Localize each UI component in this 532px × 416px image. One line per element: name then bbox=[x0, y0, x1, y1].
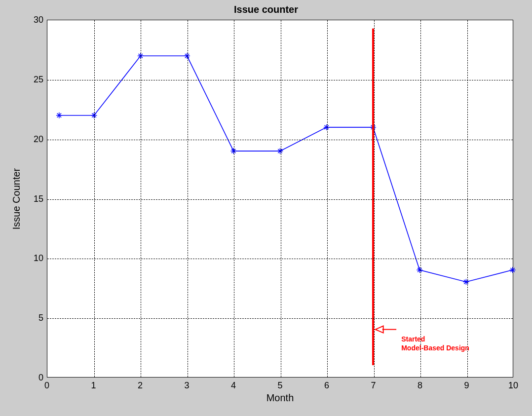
grid-line-v bbox=[188, 20, 188, 377]
grid-line-v bbox=[234, 20, 234, 377]
x-tick-label: 3 bbox=[184, 380, 189, 391]
grid-line-v bbox=[420, 20, 421, 377]
figure: Issue counter Month Issue Counter 012345… bbox=[0, 0, 532, 416]
data-marker bbox=[417, 267, 422, 273]
y-tick-label: 15 bbox=[30, 193, 43, 204]
chart-title: Issue counter bbox=[0, 4, 532, 15]
x-tick-label: 8 bbox=[418, 380, 422, 391]
y-tick-label: 20 bbox=[30, 134, 43, 144]
x-tick-label: 9 bbox=[464, 380, 469, 391]
x-tick-label: 0 bbox=[44, 380, 49, 391]
y-tick-label: 25 bbox=[30, 74, 43, 84]
grid-line-h bbox=[47, 318, 513, 319]
grid-line-v bbox=[94, 20, 95, 377]
series-line bbox=[59, 56, 513, 282]
y-tick-label: 5 bbox=[30, 313, 43, 323]
grid-line-v bbox=[281, 20, 281, 377]
data-marker bbox=[56, 113, 62, 118]
y-tick-label: 30 bbox=[30, 15, 43, 25]
grid-line-v bbox=[467, 20, 468, 377]
data-marker bbox=[277, 148, 283, 154]
x-tick-label: 10 bbox=[508, 380, 518, 391]
annotation-arrow-icon bbox=[376, 326, 396, 333]
y-tick-label: 0 bbox=[30, 373, 43, 383]
grid-line-h bbox=[47, 140, 513, 140]
data-layer bbox=[47, 20, 513, 377]
y-tick-label: 10 bbox=[30, 253, 43, 264]
grid-line-h bbox=[47, 80, 513, 80]
svg-marker-45 bbox=[376, 326, 383, 333]
x-tick-label: 4 bbox=[231, 380, 236, 391]
x-tick-label: 7 bbox=[371, 380, 376, 391]
x-tick-label: 1 bbox=[91, 380, 96, 391]
x-tick-label: 6 bbox=[324, 380, 329, 391]
y-axis-label: Issue Counter bbox=[11, 168, 22, 229]
grid-line-v bbox=[327, 20, 328, 377]
data-marker bbox=[463, 279, 469, 285]
grid-line-v bbox=[141, 20, 141, 377]
x-tick-label: 2 bbox=[138, 380, 143, 391]
grid-line-v bbox=[374, 20, 375, 377]
data-marker bbox=[324, 124, 330, 130]
plot-area bbox=[47, 20, 513, 378]
data-marker bbox=[510, 267, 516, 273]
x-tick-label: 5 bbox=[277, 380, 282, 391]
grid-line-h bbox=[47, 259, 513, 259]
x-axis-label: Month bbox=[266, 392, 294, 404]
grid-line-h bbox=[47, 199, 513, 200]
annotation-text: StartedModel-Based Design bbox=[401, 335, 469, 352]
